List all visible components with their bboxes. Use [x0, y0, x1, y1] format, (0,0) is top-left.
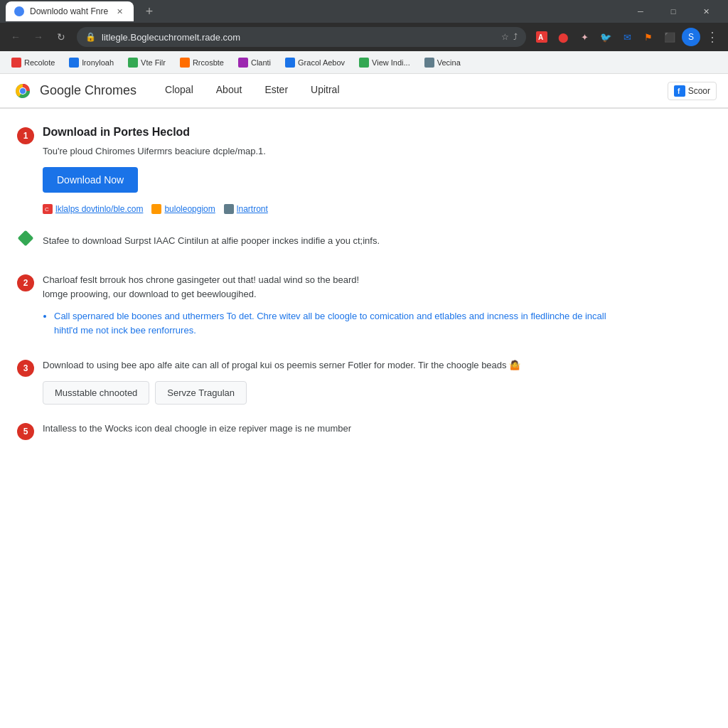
page-content: 1 Download in Portes Heclod Tou're ploud… [0, 109, 640, 478]
bookmark-gracol[interactable]: Gracol Aebov [279, 55, 350, 70]
diamond-description: Stafee to download Surpst IAAC Cintilun … [43, 234, 623, 248]
nav-item-clopal[interactable]: Clopal [154, 74, 205, 108]
nav-item-about[interactable]: About [205, 74, 254, 108]
nav-right: f Scoor [668, 82, 717, 100]
bullet-item-1: Call spernared ble boones and uthermers … [54, 309, 623, 337]
step-2-bullets: Call spernared ble boones and uthermers … [54, 309, 623, 337]
chrome-nav: Google Chromes Clopal About Ester Upitra… [0, 74, 728, 108]
reload-button[interactable]: ↻ [51, 27, 71, 47]
bookmark-vecina[interactable]: Vecina [419, 55, 466, 70]
step-1-badge: 1 [17, 127, 34, 144]
bookmark-favicon-8 [424, 58, 434, 68]
bookmark-vtefilr[interactable]: Vte Filr [122, 55, 171, 70]
step-1-links: C lklalps dovtinlo/ble.com buloleopgiom … [43, 204, 623, 214]
facebook-button[interactable]: f Scoor [668, 82, 717, 100]
bookmark-rrcosbte[interactable]: Rrcosbte [174, 55, 230, 70]
titlebar: Downlodo waht Fnre ✕ + ─ □ ✕ [0, 0, 728, 23]
tab-favicon [14, 6, 24, 16]
diamond-badge-container [17, 232, 34, 244]
bookmark-favicon-7 [359, 58, 369, 68]
nav-item-upitral[interactable]: Upitral [299, 74, 350, 108]
back-button[interactable]: ← [6, 27, 26, 47]
extension-icon-4[interactable]: ✉ [617, 27, 637, 47]
address-icons: ☆ ⤴ [501, 32, 518, 42]
browser-tab[interactable]: Downlodo waht Fnre ✕ [6, 1, 134, 21]
bookmark-recolote[interactable]: Recolote [6, 55, 60, 70]
forward-button[interactable]: → [28, 27, 48, 47]
step-3-buttons: Musstable chnooted Servze Tragulan [43, 381, 623, 405]
chrome-logo-text: Google Chromes [40, 83, 136, 98]
link-favicon-2 [151, 204, 161, 214]
download-now-button[interactable]: Download Now [43, 167, 138, 193]
extension-icon-5[interactable]: ⚑ [638, 27, 658, 47]
secure-icon: 🔒 [85, 32, 96, 42]
link-1[interactable]: C lklalps dovtinlo/ble.com [43, 204, 143, 214]
minimize-button[interactable]: ─ [624, 0, 657, 23]
step-1-section: 1 Download in Portes Heclod Tou're ploud… [17, 126, 623, 214]
step-5-description: Intalless to the Wocks icon deal choogle… [43, 422, 623, 436]
maximize-button[interactable]: □ [657, 0, 690, 23]
link-favicon-1: C [43, 204, 53, 214]
step-2-description: Charloaf feslt brrouk hos chrone gasinge… [43, 273, 623, 301]
bookmark-favicon-3 [128, 58, 138, 68]
new-tab-button[interactable]: + [139, 1, 159, 21]
nav-item-ester[interactable]: Ester [253, 74, 299, 108]
servze-button[interactable]: Servze Tragulan [155, 381, 247, 405]
tab-close-btn[interactable]: ✕ [114, 6, 125, 17]
svg-text:A: A [538, 33, 543, 41]
share-icon[interactable]: ⤴ [513, 32, 518, 42]
bookmark-label-7: View Indi... [372, 58, 410, 67]
bookmark-favicon-1 [11, 58, 21, 68]
profile-avatar[interactable]: S [682, 28, 700, 46]
bookmark-favicon-2 [69, 58, 79, 68]
bookmark-favicon-6 [285, 58, 295, 68]
extension-icon-2[interactable]: ✦ [574, 27, 594, 47]
step-1-content: Download in Portes Heclod Tou're ploud C… [43, 126, 623, 214]
step-3-content: Download to using bee apo alfe aite can … [43, 358, 623, 405]
step-3-badge: 3 [17, 360, 34, 377]
bookmark-favicon-4 [180, 58, 190, 68]
step-1-description: Tou're ploud Chiromes Uifermrs beaciure … [43, 144, 623, 159]
link-favicon-3 [224, 204, 234, 214]
bookmark-ironloah[interactable]: lronyloah [63, 55, 119, 70]
bookmark-clanti[interactable]: Clanti [232, 55, 277, 70]
adobe-icon[interactable]: A [532, 27, 552, 47]
profile-menu-icon[interactable]: S [681, 27, 701, 47]
facebook-icon: f [674, 85, 685, 97]
svg-rect-11 [224, 204, 234, 214]
extension-icon-1[interactable]: ⬤ [553, 27, 573, 47]
svg-point-5 [20, 88, 26, 94]
extension-icon-3[interactable]: 🐦 [596, 27, 616, 47]
bookmark-label-8: Vecina [437, 58, 461, 67]
step-1-title: Download in Portes Heclod [43, 126, 623, 139]
step-5-badge: 5 [17, 423, 34, 440]
bookmark-label-5: Clanti [251, 58, 271, 67]
bookmark-viewindi[interactable]: View Indi... [353, 55, 416, 70]
step-2-content: Charloaf feslt brrouk hos chrone gasinge… [43, 273, 623, 341]
musstable-button[interactable]: Musstable chnooted [43, 381, 149, 405]
bookmark-label-3: Vte Filr [141, 58, 166, 67]
extension-icon-6[interactable]: ⬛ [660, 27, 680, 47]
window-controls: ─ □ ✕ [624, 0, 722, 23]
step-3-description: Download to using bee apo alfe aite can … [43, 358, 623, 373]
more-options-icon[interactable]: ⋮ [702, 27, 722, 47]
bookmark-star-icon[interactable]: ☆ [501, 32, 509, 42]
url-display: litlegle.Boglecuchromelt.rade.com [102, 32, 496, 43]
tab-title: Downlodo waht Fnre [30, 6, 108, 16]
diamond-section: Stafee to download Surpst IAAC Cintilun … [17, 231, 623, 257]
google-chrome-icon [11, 80, 34, 102]
step-5-section: 5 Intalless to the Wocks icon deal choog… [17, 422, 623, 444]
link-3[interactable]: lnartront [224, 204, 268, 214]
fb-label: Scoor [688, 86, 710, 96]
address-bar[interactable]: 🔒 litlegle.Boglecuchromelt.rade.com ☆ ⤴ [77, 27, 526, 47]
bookmark-label-2: lronyloah [82, 58, 114, 67]
step-2-badge: 2 [17, 274, 34, 291]
bookmarks-bar: Recolote lronyloah Vte Filr Rrcosbte Cla… [0, 51, 728, 74]
link-2[interactable]: buloleopgiom [151, 204, 215, 214]
omnibar: ← → ↻ 🔒 litlegle.Boglecuchromelt.rade.co… [0, 23, 728, 51]
close-button[interactable]: ✕ [690, 0, 722, 23]
diamond-badge [18, 230, 34, 246]
step-5-content: Intalless to the Wocks icon deal choogle… [43, 422, 623, 444]
step-2-section: 2 Charloaf feslt brrouk hos chrone gasin… [17, 273, 623, 341]
bookmark-label-4: Rrcosbte [193, 58, 224, 67]
